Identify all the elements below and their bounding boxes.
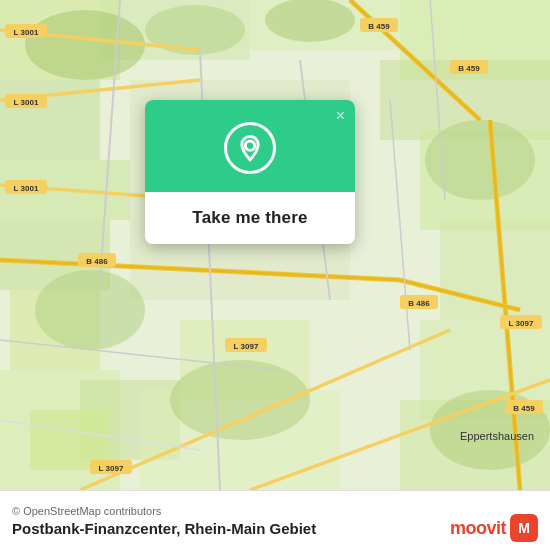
map-view[interactable]: L 3001 L 3001 L 3001 B 459 B 459 B 459 B… xyxy=(0,0,550,490)
location-pin-icon xyxy=(224,122,276,174)
map-svg: L 3001 L 3001 L 3001 B 459 B 459 B 459 B… xyxy=(0,0,550,490)
popup-header: × xyxy=(145,100,355,192)
svg-text:L 3097: L 3097 xyxy=(99,464,124,473)
bottom-info-bar: © OpenStreetMap contributors Postbank-Fi… xyxy=(0,490,550,550)
svg-point-23 xyxy=(265,0,355,42)
svg-text:B 459: B 459 xyxy=(458,64,480,73)
svg-text:L 3001: L 3001 xyxy=(14,98,39,107)
svg-point-24 xyxy=(35,270,145,350)
moovit-m: M xyxy=(518,520,530,536)
svg-text:B 486: B 486 xyxy=(408,299,430,308)
svg-text:L 3097: L 3097 xyxy=(234,342,259,351)
moovit-text: moovit xyxy=(450,518,506,539)
svg-text:L 3001: L 3001 xyxy=(14,28,39,37)
svg-text:B 486: B 486 xyxy=(86,257,108,266)
svg-point-21 xyxy=(25,10,145,80)
location-popup: × Take me there xyxy=(145,100,355,244)
take-me-there-button[interactable]: Take me there xyxy=(145,192,355,244)
moovit-logo: moovit M xyxy=(450,514,538,542)
svg-text:B 459: B 459 xyxy=(368,22,390,31)
svg-text:L 3097: L 3097 xyxy=(509,319,534,328)
svg-text:Eppertshausen: Eppertshausen xyxy=(460,430,534,442)
svg-text:L 3001: L 3001 xyxy=(14,184,39,193)
svg-point-73 xyxy=(245,141,254,150)
svg-text:B 459: B 459 xyxy=(513,404,535,413)
close-button[interactable]: × xyxy=(336,108,345,124)
moovit-icon: M xyxy=(510,514,538,542)
